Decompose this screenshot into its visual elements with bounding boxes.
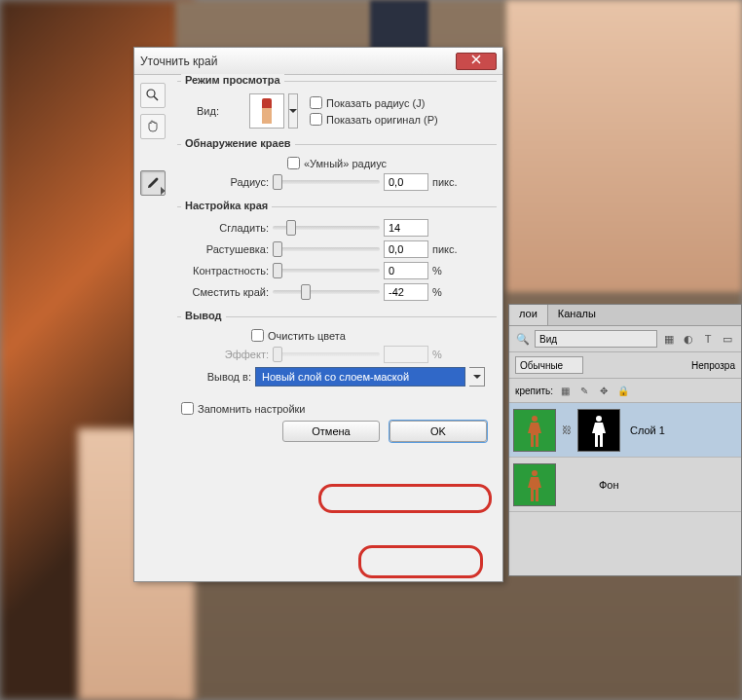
slider-shift-edge[interactable] [273, 285, 380, 299]
panel-tabs: лои Каналы [509, 305, 741, 326]
checkbox-decontaminate[interactable] [251, 329, 264, 342]
legend-adjust-edge: Настройка края [181, 200, 272, 211]
fieldset-view-mode: Режим просмотра Вид: Показать радиус (J) [177, 81, 497, 136]
tool-column [140, 81, 171, 575]
view-preview-thumb[interactable] [249, 93, 284, 129]
refine-edge-dialog: Уточнить край Режим просмотра Вид: [133, 47, 503, 582]
figure-icon [526, 414, 543, 449]
dialog-title: Уточнить край [140, 55, 456, 68]
checkbox-smart-radius[interactable] [287, 157, 300, 169]
slider-radius[interactable] [273, 175, 380, 189]
label-effect: Эффект: [183, 349, 269, 360]
input-effect [384, 346, 428, 363]
filter-shape-icon[interactable]: ▭ [720, 331, 735, 347]
fieldset-output: Вывод Очистить цвета Эффект: % Вывод в: … [177, 316, 497, 394]
checkbox-show-radius[interactable] [310, 96, 322, 109]
legend-edge-detection: Обнаружение краев [181, 137, 295, 149]
zoom-icon [145, 88, 161, 103]
close-icon [471, 55, 481, 64]
hand-icon [145, 119, 161, 134]
label-feather: Растушевка: [183, 243, 269, 255]
layer-row[interactable]: Фон [509, 458, 741, 512]
close-button[interactable] [456, 53, 497, 70]
layers-panel: лои Каналы 🔍 Вид ▦ ◐ T ▭ Обычные Непрозр… [508, 304, 742, 576]
mask-figure-icon [590, 414, 608, 449]
legend-output: Вывод [181, 310, 226, 321]
lock-pixels-icon[interactable]: ▦ [557, 383, 573, 398]
dialog-titlebar[interactable]: Уточнить край [134, 48, 502, 75]
input-feather[interactable] [384, 240, 428, 258]
input-shift-edge[interactable] [384, 283, 428, 301]
unit-px: пикс. [432, 176, 458, 188]
output-select-dropdown[interactable] [469, 367, 485, 387]
lock-all-icon[interactable]: 🔒 [615, 383, 631, 398]
slider-contrast[interactable] [273, 264, 380, 277]
lock-move-icon[interactable]: ✥ [596, 383, 612, 398]
input-smooth[interactable] [384, 219, 428, 237]
ok-button[interactable]: OK [390, 421, 487, 442]
checkbox-show-original[interactable] [310, 113, 322, 126]
label-opacity: Непрозра [691, 360, 735, 371]
label-show-radius: Показать радиус (J) [326, 97, 425, 109]
search-icon[interactable]: 🔍 [515, 331, 531, 347]
label-show-original: Показать оригинал (P) [326, 114, 438, 126]
layer-link-icon[interactable]: ⛓ [560, 424, 574, 435]
svg-point-0 [147, 90, 155, 97]
brush-tool[interactable] [140, 170, 166, 196]
tab-layers[interactable]: лои [509, 305, 548, 325]
layer-thumb-mask[interactable] [577, 409, 620, 452]
fieldset-adjust-edge: Настройка края Сгладить: Растушевка: пик… [177, 206, 497, 309]
layer-row[interactable]: ⛓ Слой 1 [509, 403, 741, 458]
chevron-down-icon [473, 375, 481, 379]
legend-view-mode: Режим просмотра [181, 74, 284, 86]
label-radius: Радиус: [183, 176, 269, 188]
label-smooth: Сгладить: [183, 222, 269, 234]
label-decontaminate: Очистить цвета [268, 330, 346, 342]
blend-mode-select[interactable]: Обычные [515, 356, 583, 374]
figure-icon [526, 468, 543, 503]
unit-pct-3: % [432, 349, 442, 360]
label-remember-settings: Запомнить настройки [198, 403, 306, 415]
label-shift-edge: Сместить край: [183, 286, 269, 298]
input-radius[interactable] [384, 173, 428, 191]
view-preview-dropdown[interactable] [288, 93, 298, 129]
label-output-to: Вывод в: [183, 371, 251, 383]
input-contrast[interactable] [384, 262, 428, 279]
slider-feather[interactable] [273, 242, 380, 256]
svg-line-1 [154, 96, 158, 100]
zoom-tool[interactable] [140, 83, 166, 108]
layer-name[interactable]: Фон [560, 479, 619, 491]
unit-pct-2: % [432, 286, 442, 298]
checkbox-remember-settings[interactable] [181, 402, 194, 415]
filter-adjust-icon[interactable]: ◐ [681, 331, 696, 347]
label-smart-radius: «Умный» радиус [304, 158, 387, 169]
unit-pct: % [432, 265, 442, 276]
panel-blend-toolbar: Обычные Непрозра [509, 352, 741, 379]
layer-thumb-image[interactable] [513, 463, 556, 506]
filter-image-icon[interactable]: ▦ [661, 331, 677, 347]
lock-brush-icon[interactable]: ✎ [576, 383, 592, 398]
label-contrast: Контрастность: [183, 265, 269, 276]
panel-lock-toolbar: крепить: ▦ ✎ ✥ 🔒 [509, 379, 741, 403]
output-select[interactable]: Новый слой со слоем-маской [255, 367, 465, 387]
slider-effect [273, 348, 380, 361]
layer-list: ⛓ Слой 1 Фон [509, 403, 741, 512]
hand-tool[interactable] [140, 114, 166, 139]
cancel-button[interactable]: Отмена [282, 421, 380, 442]
label-lock: крепить: [515, 386, 553, 396]
filter-type-icon[interactable]: T [700, 331, 716, 347]
fieldset-edge-detection: Обнаружение краев «Умный» радиус Радиус:… [177, 144, 497, 199]
layer-name[interactable]: Слой 1 [624, 424, 665, 436]
layer-thumb-image[interactable] [513, 409, 556, 452]
chevron-down-icon [289, 109, 297, 113]
filter-select[interactable]: Вид [535, 330, 657, 348]
panel-filter-toolbar: 🔍 Вид ▦ ◐ T ▭ [509, 326, 741, 352]
dialog-main-column: Режим просмотра Вид: Показать радиус (J) [171, 81, 497, 575]
label-view: Вид: [197, 105, 245, 117]
brush-icon [145, 175, 161, 191]
slider-smooth[interactable] [273, 221, 380, 235]
tab-channels[interactable]: Каналы [548, 305, 606, 325]
unit-px-2: пикс. [432, 243, 458, 255]
